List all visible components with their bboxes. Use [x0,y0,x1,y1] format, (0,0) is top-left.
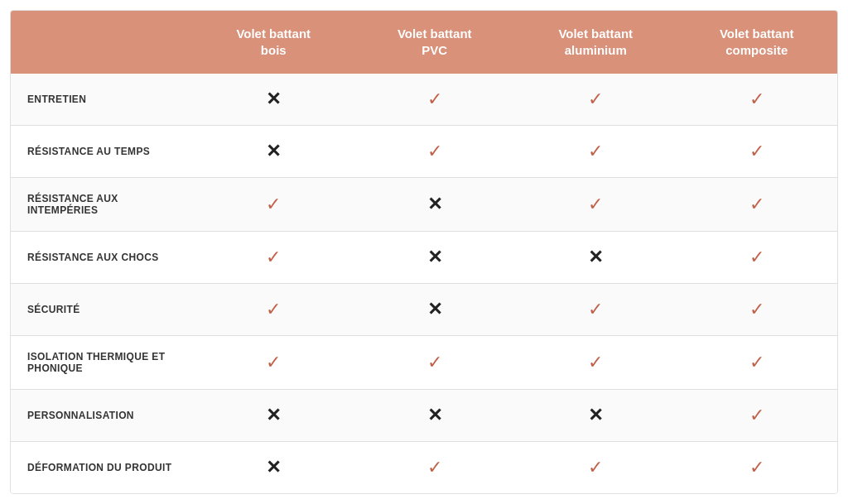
table-row: ENTRETIEN✕✓✓✓ [11,74,837,126]
row-label: RÉSISTANCE AUXINTEMPÉRIES [11,178,193,232]
cell-aluminium: ✕ [515,390,677,442]
cell-composite: ✓ [677,442,838,494]
check-icon: ✓ [427,352,442,372]
cross-icon: ✕ [266,89,281,109]
cross-icon: ✕ [427,194,442,214]
check-icon: ✓ [588,89,603,109]
cell-pvc: ✕ [354,178,516,232]
check-icon: ✓ [427,457,442,478]
cross-icon: ✕ [588,405,603,425]
row-label: PERSONNALISATION [11,390,193,442]
cell-aluminium: ✓ [515,74,677,126]
cell-aluminium: ✕ [515,232,677,284]
check-icon: ✓ [749,457,764,478]
cross-icon: ✕ [427,299,442,319]
check-icon: ✓ [749,89,764,109]
table-row: RÉSISTANCE AU TEMPS✕✓✓✓ [11,126,837,178]
row-label: RÉSISTANCE AUX CHOCS [11,232,193,284]
cell-bois: ✕ [193,390,354,442]
cross-icon: ✕ [266,457,281,478]
cell-aluminium: ✓ [515,442,677,494]
check-icon: ✓ [588,457,603,478]
check-icon: ✓ [749,405,764,425]
cell-bois: ✓ [193,178,354,232]
cell-composite: ✓ [677,390,838,442]
row-label: SÉCURITÉ [11,284,193,336]
check-icon: ✓ [749,299,764,319]
cell-composite: ✓ [677,178,838,232]
check-icon: ✓ [266,194,281,214]
check-icon: ✓ [427,89,442,109]
cell-pvc: ✕ [354,284,516,336]
cross-icon: ✕ [427,405,442,425]
cell-composite: ✓ [677,232,838,284]
cell-composite: ✓ [677,126,838,178]
cell-pvc: ✕ [354,390,516,442]
row-label: DÉFORMATION DU PRODUIT [11,442,193,494]
header-aluminium: Volet battantaluminium [515,11,677,74]
table-row: SÉCURITÉ✓✕✓✓ [11,284,837,336]
cell-pvc: ✓ [354,336,516,390]
cross-icon: ✕ [266,141,281,161]
cell-aluminium: ✓ [515,336,677,390]
table-row: RÉSISTANCE AUX CHOCS✓✕✕✓ [11,232,837,284]
header-row: Volet battantbois Volet battantPVC Volet… [11,11,837,74]
header-pvc: Volet battantPVC [354,11,516,74]
check-icon: ✓ [266,299,281,319]
header-bois: Volet battantbois [193,11,354,74]
row-label: ENTRETIEN [11,74,193,126]
check-icon: ✓ [588,299,603,319]
cell-pvc: ✓ [354,74,516,126]
cell-aluminium: ✓ [515,284,677,336]
cross-icon: ✕ [266,405,281,425]
check-icon: ✓ [749,247,764,267]
cell-bois: ✕ [193,74,354,126]
check-icon: ✓ [749,141,764,161]
check-icon: ✓ [588,194,603,214]
row-label: ISOLATION THERMIQUE ETPHONIQUE [11,336,193,390]
cell-aluminium: ✓ [515,178,677,232]
cross-icon: ✕ [588,247,603,267]
table-row: DÉFORMATION DU PRODUIT✕✓✓✓ [11,442,837,494]
check-icon: ✓ [749,194,764,214]
cell-bois: ✕ [193,442,354,494]
row-label: RÉSISTANCE AU TEMPS [11,126,193,178]
check-icon: ✓ [749,352,764,372]
cell-pvc: ✓ [354,126,516,178]
table-row: PERSONNALISATION✕✕✕✓ [11,390,837,442]
cell-composite: ✓ [677,284,838,336]
check-icon: ✓ [588,352,603,372]
table-body: ENTRETIEN✕✓✓✓RÉSISTANCE AU TEMPS✕✓✓✓RÉSI… [11,74,837,493]
cell-aluminium: ✓ [515,126,677,178]
table-row: ISOLATION THERMIQUE ETPHONIQUE✓✓✓✓ [11,336,837,390]
cell-composite: ✓ [677,74,838,126]
cell-bois: ✓ [193,336,354,390]
check-icon: ✓ [266,352,281,372]
cell-pvc: ✓ [354,442,516,494]
cell-pvc: ✕ [354,232,516,284]
header-composite: Volet battantcomposite [677,11,838,74]
cell-bois: ✓ [193,232,354,284]
cell-bois: ✕ [193,126,354,178]
header-empty [11,11,193,74]
cell-composite: ✓ [677,336,838,390]
check-icon: ✓ [588,141,603,161]
table-row: RÉSISTANCE AUXINTEMPÉRIES✓✕✓✓ [11,178,837,232]
check-icon: ✓ [266,247,281,267]
check-icon: ✓ [427,141,442,161]
comparison-table-wrapper: Volet battantbois Volet battantPVC Volet… [10,10,838,495]
cross-icon: ✕ [427,247,442,267]
comparison-table: Volet battantbois Volet battantPVC Volet… [11,11,837,494]
cell-bois: ✓ [193,284,354,336]
